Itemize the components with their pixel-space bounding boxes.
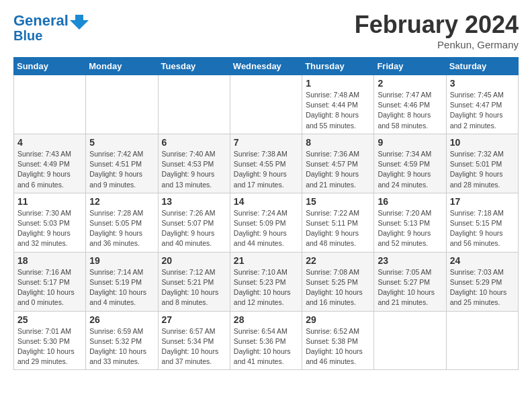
day-info: Sunrise: 7:22 AM Sunset: 5:11 PM Dayligh… [306,208,370,249]
day-info: Sunrise: 7:45 AM Sunset: 4:47 PM Dayligh… [450,90,515,131]
day-number: 26 [89,314,154,325]
calendar-cell: 12Sunrise: 7:28 AM Sunset: 5:05 PM Dayli… [86,193,158,252]
day-info: Sunrise: 7:47 AM Sunset: 4:46 PM Dayligh… [378,90,442,131]
calendar-cell: 23Sunrise: 7:05 AM Sunset: 5:27 PM Dayli… [374,252,446,311]
day-info: Sunrise: 7:48 AM Sunset: 4:44 PM Dayligh… [306,90,370,131]
calendar-cell [86,75,158,134]
calendar-table: SundayMondayTuesdayWednesdayThursdayFrid… [13,57,519,370]
calendar-cell: 10Sunrise: 7:32 AM Sunset: 5:01 PM Dayli… [446,134,518,193]
calendar-cell: 6Sunrise: 7:40 AM Sunset: 4:53 PM Daylig… [158,134,230,193]
calendar-cell: 4Sunrise: 7:43 AM Sunset: 4:49 PM Daylig… [14,134,86,193]
calendar-cell: 1Sunrise: 7:48 AM Sunset: 4:44 PM Daylig… [302,75,374,134]
calendar-cell: 26Sunrise: 6:59 AM Sunset: 5:32 PM Dayli… [86,311,158,370]
day-info: Sunrise: 7:34 AM Sunset: 4:59 PM Dayligh… [378,149,442,190]
day-info: Sunrise: 7:16 AM Sunset: 5:17 PM Dayligh… [17,267,82,308]
day-number: 16 [378,196,442,207]
day-info: Sunrise: 7:12 AM Sunset: 5:21 PM Dayligh… [162,267,226,308]
day-info: Sunrise: 7:24 AM Sunset: 5:09 PM Dayligh… [234,208,298,249]
day-number: 3 [450,78,515,89]
day-info: Sunrise: 7:03 AM Sunset: 5:29 PM Dayligh… [450,267,515,308]
week-row-1: 4Sunrise: 7:43 AM Sunset: 4:49 PM Daylig… [14,134,519,193]
day-number: 14 [234,196,298,207]
day-number: 4 [17,137,82,148]
logo-text: General [13,13,69,29]
day-number: 19 [89,255,154,266]
week-row-4: 25Sunrise: 7:01 AM Sunset: 5:30 PM Dayli… [14,311,519,370]
day-info: Sunrise: 7:43 AM Sunset: 4:49 PM Dayligh… [17,149,82,190]
day-number: 28 [234,314,298,325]
day-number: 9 [378,137,442,148]
day-number: 7 [234,137,298,148]
weekday-thursday: Thursday [302,58,374,75]
calendar-cell: 11Sunrise: 7:30 AM Sunset: 5:03 PM Dayli… [14,193,86,252]
calendar-body: 1Sunrise: 7:48 AM Sunset: 4:44 PM Daylig… [14,75,519,370]
day-info: Sunrise: 7:40 AM Sunset: 4:53 PM Dayligh… [162,149,226,190]
calendar-cell [14,75,86,134]
day-info: Sunrise: 7:10 AM Sunset: 5:23 PM Dayligh… [234,267,298,308]
day-info: Sunrise: 6:59 AM Sunset: 5:32 PM Dayligh… [89,326,154,367]
day-info: Sunrise: 7:36 AM Sunset: 4:57 PM Dayligh… [306,149,370,190]
day-number: 23 [378,255,442,266]
day-info: Sunrise: 7:32 AM Sunset: 5:01 PM Dayligh… [450,149,515,190]
logo-general: General [13,12,69,29]
day-info: Sunrise: 7:38 AM Sunset: 4:55 PM Dayligh… [234,149,298,190]
day-info: Sunrise: 7:30 AM Sunset: 5:03 PM Dayligh… [17,208,82,249]
calendar-cell: 3Sunrise: 7:45 AM Sunset: 4:47 PM Daylig… [446,75,518,134]
day-info: Sunrise: 7:26 AM Sunset: 5:07 PM Dayligh… [162,208,226,249]
calendar-cell: 18Sunrise: 7:16 AM Sunset: 5:17 PM Dayli… [14,252,86,311]
weekday-wednesday: Wednesday [230,58,302,75]
calendar-cell: 17Sunrise: 7:18 AM Sunset: 5:15 PM Dayli… [446,193,518,252]
day-number: 13 [162,196,226,207]
day-number: 15 [306,196,370,207]
weekday-sunday: Sunday [14,58,86,75]
day-number: 22 [306,255,370,266]
day-number: 2 [378,78,442,89]
svg-marker-0 [70,15,89,30]
day-number: 5 [89,137,154,148]
day-number: 12 [89,196,154,207]
calendar-cell [230,75,302,134]
day-number: 11 [17,196,82,207]
day-info: Sunrise: 7:20 AM Sunset: 5:13 PM Dayligh… [378,208,442,249]
day-number: 17 [450,196,515,207]
day-info: Sunrise: 6:57 AM Sunset: 5:34 PM Dayligh… [162,326,226,367]
week-row-3: 18Sunrise: 7:16 AM Sunset: 5:17 PM Dayli… [14,252,519,311]
calendar-cell: 16Sunrise: 7:20 AM Sunset: 5:13 PM Dayli… [374,193,446,252]
day-info: Sunrise: 6:52 AM Sunset: 5:38 PM Dayligh… [306,326,370,367]
day-number: 27 [162,314,226,325]
weekday-friday: Friday [374,58,446,75]
day-info: Sunrise: 7:08 AM Sunset: 5:25 PM Dayligh… [306,267,370,308]
day-info: Sunrise: 7:18 AM Sunset: 5:15 PM Dayligh… [450,208,515,249]
weekday-monday: Monday [86,58,158,75]
weekday-row: SundayMondayTuesdayWednesdayThursdayFrid… [14,58,519,75]
day-info: Sunrise: 7:28 AM Sunset: 5:05 PM Dayligh… [89,208,154,249]
day-number: 18 [17,255,82,266]
header: General Blue February 2024 Penkun, Germa… [13,11,519,50]
day-number: 24 [450,255,515,266]
calendar-cell: 14Sunrise: 7:24 AM Sunset: 5:09 PM Dayli… [230,193,302,252]
calendar-cell: 15Sunrise: 7:22 AM Sunset: 5:11 PM Dayli… [302,193,374,252]
calendar-cell: 29Sunrise: 6:52 AM Sunset: 5:38 PM Dayli… [302,311,374,370]
week-row-2: 11Sunrise: 7:30 AM Sunset: 5:03 PM Dayli… [14,193,519,252]
day-number: 10 [450,137,515,148]
calendar-cell: 8Sunrise: 7:36 AM Sunset: 4:57 PM Daylig… [302,134,374,193]
calendar-cell [374,311,446,370]
day-info: Sunrise: 7:42 AM Sunset: 4:51 PM Dayligh… [89,149,154,190]
day-number: 8 [306,137,370,148]
calendar-cell: 2Sunrise: 7:47 AM Sunset: 4:46 PM Daylig… [374,75,446,134]
calendar-cell: 19Sunrise: 7:14 AM Sunset: 5:19 PM Dayli… [86,252,158,311]
logo: General Blue [13,11,89,43]
logo-arrow-icon [69,11,89,31]
calendar-cell [158,75,230,134]
page: General Blue February 2024 Penkun, Germa… [0,0,532,381]
calendar-cell: 13Sunrise: 7:26 AM Sunset: 5:07 PM Dayli… [158,193,230,252]
day-info: Sunrise: 6:54 AM Sunset: 5:36 PM Dayligh… [234,326,298,367]
week-row-0: 1Sunrise: 7:48 AM Sunset: 4:44 PM Daylig… [14,75,519,134]
calendar-cell: 22Sunrise: 7:08 AM Sunset: 5:25 PM Dayli… [302,252,374,311]
calendar-cell: 9Sunrise: 7:34 AM Sunset: 4:59 PM Daylig… [374,134,446,193]
day-number: 25 [17,314,82,325]
logo-blue: Blue [13,28,42,43]
calendar-header: SundayMondayTuesdayWednesdayThursdayFrid… [14,58,519,75]
day-number: 29 [306,314,370,325]
calendar-cell: 21Sunrise: 7:10 AM Sunset: 5:23 PM Dayli… [230,252,302,311]
